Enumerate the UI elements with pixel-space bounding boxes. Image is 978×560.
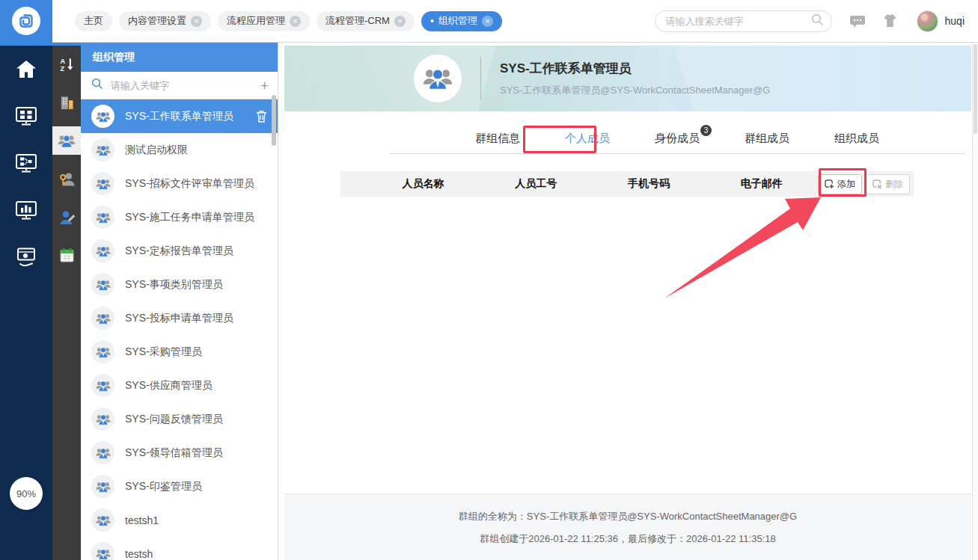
topbar-tab[interactable]: 内容管理设置 × xyxy=(119,11,211,31)
panel-scrollbar[interactable] xyxy=(272,95,276,146)
banner-divider xyxy=(480,57,481,100)
seeyon-logo-icon xyxy=(12,7,40,35)
group-name: SYS-领导信箱管理员 xyxy=(125,446,223,460)
group-name: SYS-印鉴管理员 xyxy=(125,480,202,493)
group-banner-avatar-icon xyxy=(414,55,462,102)
chart-monitor-icon[interactable] xyxy=(13,197,40,224)
org-building-icon[interactable] xyxy=(52,88,81,117)
group-list-item-selected[interactable]: SYS-工作联系单管理员 xyxy=(81,99,278,133)
group-list-item[interactable]: testsh xyxy=(81,537,278,560)
group-list-item[interactable]: testsh1 xyxy=(81,503,278,537)
member-tab[interactable]: 身份成员 3 xyxy=(650,132,704,146)
group-list-item[interactable]: SYS-定标报告单管理员 xyxy=(81,234,278,268)
search-icon xyxy=(91,78,103,93)
calendar-sheet-icon[interactable] xyxy=(52,241,81,269)
search-icon[interactable] xyxy=(811,13,824,29)
group-management-icon-selected[interactable] xyxy=(52,126,81,155)
user-edit-icon[interactable] xyxy=(52,203,81,231)
group-name: testsh1 xyxy=(125,514,159,526)
topbar-right: huqi xyxy=(655,10,978,32)
group-avatar-icon xyxy=(91,542,114,560)
group-avatar-icon xyxy=(91,105,114,128)
close-icon[interactable]: × xyxy=(290,16,301,27)
group-list-item[interactable]: SYS-采购管理员 xyxy=(81,335,278,369)
user-avatar[interactable] xyxy=(917,10,938,32)
table-column-header: 人员工号 xyxy=(480,177,593,191)
group-list-item[interactable]: SYS-印鉴管理员 xyxy=(81,470,278,503)
member-tab[interactable]: 组织成员 xyxy=(830,132,884,146)
add-group-button[interactable]: + xyxy=(260,79,269,93)
service-window-icon[interactable] xyxy=(13,244,40,271)
table-actions: 添加 删除 xyxy=(818,174,910,194)
org-tools-rail: AZ xyxy=(52,43,81,560)
page-scrollbar[interactable] xyxy=(972,43,978,560)
delete-member-button[interactable]: 删除 xyxy=(866,174,910,194)
global-search-input[interactable] xyxy=(666,16,811,27)
workflow-monitor-icon[interactable] xyxy=(13,150,40,177)
group-list-item[interactable]: SYS-施工任务申请单管理员 xyxy=(81,200,278,234)
member-tab[interactable]: 群组信息 xyxy=(471,132,525,146)
topbar: 主页 内容管理设置 × 流程应用管理 × 流程管理-CRM × • 组织管理 × xyxy=(0,0,978,43)
role-key-icon[interactable] xyxy=(52,164,81,193)
message-icon[interactable] xyxy=(850,15,865,28)
group-detail-main: SYS-工作联系单管理员 SYS-工作联系单管理员@SYS-WorkContac… xyxy=(278,43,978,560)
theme-shirt-icon[interactable] xyxy=(883,14,897,28)
home-icon[interactable] xyxy=(13,56,40,83)
group-avatar-icon xyxy=(91,374,114,397)
app-logo-button[interactable] xyxy=(0,0,52,44)
topbar-tab-label: 流程管理-CRM xyxy=(326,14,390,28)
topbar-tab[interactable]: 流程应用管理 × xyxy=(218,11,310,31)
member-tab-label: 身份成员 xyxy=(655,132,700,144)
active-dot-icon: • xyxy=(430,16,434,26)
table-column-header: 人员名称 xyxy=(367,177,480,191)
topbar-tab[interactable]: 主页 xyxy=(75,11,112,31)
username[interactable]: huqi xyxy=(945,15,965,27)
group-list-item[interactable]: SYS-领导信箱管理员 xyxy=(81,436,278,470)
topbar-tab-label: 流程应用管理 xyxy=(227,14,285,28)
group-list-item[interactable]: SYS-事项类别管理员 xyxy=(81,268,278,301)
group-name: SYS-定标报告单管理员 xyxy=(125,244,233,258)
svg-text:A: A xyxy=(60,57,65,64)
add-person-icon xyxy=(825,179,834,189)
group-name: SYS-事项类别管理员 xyxy=(125,278,223,292)
group-list-panel: 组织管理 + SYS-工作联系单管理员 测试启动权限 xyxy=(81,43,278,560)
group-banner: SYS-工作联系单管理员 SYS-工作联系单管理员@SYS-WorkContac… xyxy=(284,46,971,111)
topbar-tab[interactable]: 流程管理-CRM × xyxy=(317,11,415,31)
close-icon[interactable]: × xyxy=(394,16,406,27)
group-list-item[interactable]: SYS-投标申请单管理员 xyxy=(81,301,278,335)
group-avatar-icon xyxy=(91,407,114,431)
group-list-item[interactable]: 测试启动权限 xyxy=(81,133,278,167)
topbar-tab-label: 组织管理 xyxy=(438,14,477,28)
topbar-tab[interactable]: • 组织管理 × xyxy=(421,11,502,31)
delete-group-icon[interactable] xyxy=(256,110,267,123)
group-list-item[interactable]: SYS-问题反馈管理员 xyxy=(81,402,278,436)
group-footer: 群组的全称为：SYS-工作联系单管理员@SYS-WorkContactSheet… xyxy=(284,493,971,560)
add-member-button[interactable]: 添加 xyxy=(818,174,862,194)
member-table-header: 人员名称 人员工号 手机号码 电子邮件 添加 删除 xyxy=(340,171,914,197)
delete-member-label: 删除 xyxy=(885,178,903,191)
table-column-header: 手机号码 xyxy=(593,177,706,191)
group-avatar-icon xyxy=(91,307,114,330)
table-column-header: 电子邮件 xyxy=(705,177,818,191)
global-search-box[interactable] xyxy=(655,10,832,32)
group-avatar-icon xyxy=(91,172,114,195)
page-scrollbar-thumb[interactable] xyxy=(974,44,977,134)
group-search-input[interactable] xyxy=(111,80,260,91)
sort-az-icon[interactable]: AZ xyxy=(52,50,81,79)
group-list-item[interactable]: SYS-招标文件评审单管理员 xyxy=(81,167,278,200)
member-tab[interactable]: 个人成员 xyxy=(560,132,614,146)
close-icon[interactable]: × xyxy=(191,16,202,27)
member-tab-label: 群组成员 xyxy=(745,132,789,144)
add-member-label: 添加 xyxy=(837,178,855,191)
member-tabs: 群组信息 个人成员 身份成员 3 群组成员 组织成员 xyxy=(389,126,965,154)
group-name: 测试启动权限 xyxy=(125,144,188,157)
close-icon[interactable]: × xyxy=(482,16,493,27)
member-tab[interactable]: 群组成员 xyxy=(740,132,794,146)
banner-text: SYS-工作联系单管理员 SYS-工作联系单管理员@SYS-WorkContac… xyxy=(500,60,770,97)
group-avatar-icon xyxy=(91,239,114,262)
panel-title: 组织管理 xyxy=(81,43,278,72)
zoom-level-badge[interactable]: 90% xyxy=(10,477,43,510)
group-list-item[interactable]: SYS-供应商管理员 xyxy=(81,369,278,402)
topbar-tab-label: 内容管理设置 xyxy=(128,14,186,28)
apps-monitor-icon[interactable] xyxy=(13,103,40,130)
